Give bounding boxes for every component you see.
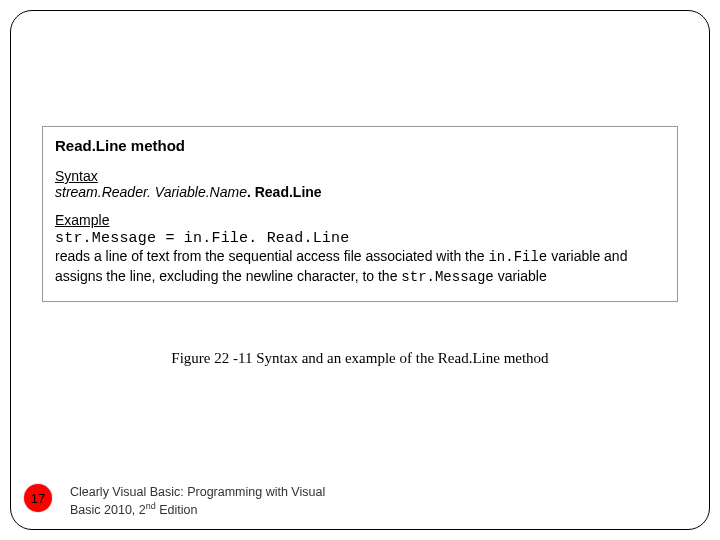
footer-line1: Clearly Visual Basic: Programming with V…: [70, 485, 325, 499]
syntax-heading: Syntax: [55, 168, 665, 184]
syntax-variable-part: stream.Reader. Variable.Name: [55, 184, 247, 200]
example-description: reads a line of text from the sequential…: [55, 247, 665, 287]
footer-citation: Clearly Visual Basic: Programming with V…: [70, 484, 370, 518]
syntax-line: stream.Reader. Variable.Name. Read.Line: [55, 184, 665, 200]
example-desc-text-1: reads a line of text from the sequential…: [55, 248, 488, 264]
footer-line2b: Edition: [156, 503, 198, 517]
page-number-badge: 17: [24, 484, 52, 512]
example-desc-var-infile: in.File: [488, 249, 547, 265]
panel-title: Read.Line method: [55, 137, 665, 154]
example-code: str.Message = in.File. Read.Line: [55, 230, 665, 247]
figure-caption: Figure 22 -11 Syntax and an example of t…: [0, 350, 720, 367]
example-desc-var-strmessage: str.Message: [401, 269, 493, 285]
example-desc-text-3: variable: [494, 268, 547, 284]
syntax-method-part: . Read.Line: [247, 184, 322, 200]
method-panel: Read.Line method Syntax stream.Reader. V…: [42, 126, 678, 302]
footer-line2a: Basic 2010, 2: [70, 503, 146, 517]
footer-superscript: nd: [146, 501, 156, 511]
example-heading: Example: [55, 212, 665, 228]
